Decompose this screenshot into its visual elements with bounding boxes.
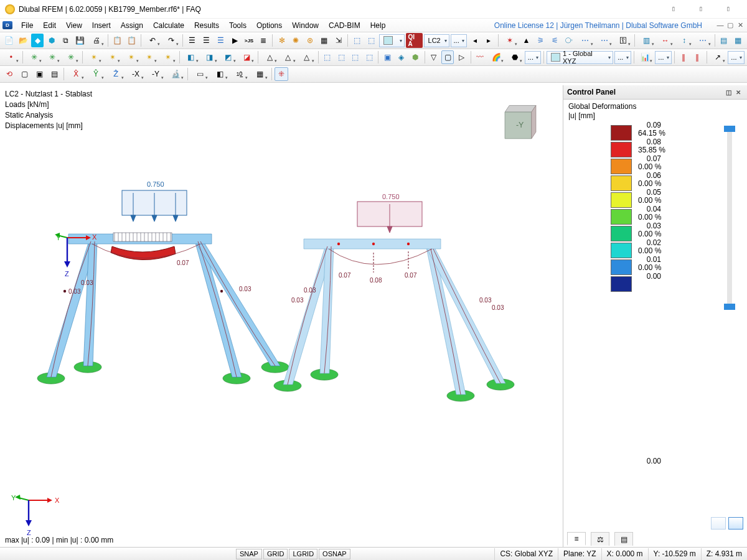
table-script-button[interactable]: ☰ — [214, 34, 227, 47]
panel-btn-1[interactable] — [711, 517, 726, 530]
maximize-button[interactable]:  — [687, 1, 715, 18]
filter-button[interactable]: ▽ — [428, 50, 440, 64]
line-1-button[interactable]: ✳ — [26, 50, 43, 64]
panel-close-icon[interactable]: ✕ — [733, 89, 743, 96]
dots-combo-3[interactable]: ... — [655, 51, 671, 64]
distribution-lower-handle[interactable] — [724, 304, 735, 310]
cube-3d-button[interactable]: ⬣ — [506, 50, 524, 64]
qi-badge[interactable]: QI A — [406, 33, 423, 48]
menu-help[interactable]: Help — [365, 21, 391, 30]
chart-button[interactable]: 📊 — [637, 50, 654, 64]
paste-button[interactable]: 📋 — [125, 34, 138, 47]
res-xyz-1-button[interactable]: ⚞ — [534, 34, 547, 47]
hide-3-button[interactable]: ↕ — [675, 34, 693, 47]
member-5-button[interactable]: ✴ — [159, 50, 177, 64]
sel-button[interactable]: ⟲ — [2, 67, 16, 81]
axis-z-button[interactable]: Ẑ — [106, 67, 125, 81]
new-button[interactable]: 📄 — [2, 34, 16, 47]
line-2-button[interactable]: ✳ — [44, 50, 62, 64]
tool-c-button[interactable]: ⬚ — [349, 50, 361, 64]
rainbow-button[interactable]: 🌈 — [487, 50, 505, 64]
view-set-2-button[interactable]: ▦ — [731, 34, 745, 47]
surf-3-button[interactable]: ◩ — [220, 50, 237, 64]
menu-cad-bim[interactable]: CAD-BIM — [324, 21, 365, 30]
support-2-button[interactable]: △ — [280, 50, 297, 64]
panel-tab-factors[interactable]: ⚖ — [591, 532, 609, 546]
box-2-button[interactable]: ▣ — [32, 67, 46, 81]
license-info[interactable]: Online License 12 | Jürgen Theilmann | D… — [494, 21, 716, 30]
tool-d-button[interactable]: ⬚ — [363, 50, 375, 64]
color-swatch-combo[interactable] — [379, 34, 405, 47]
viewport-3d[interactable]: LC2 - Nutzlast 1 - Stablast Loads [kN/m]… — [0, 85, 563, 547]
solid-2-button[interactable]: ◈ — [395, 50, 408, 64]
res-1-button[interactable]: ✶ — [501, 34, 519, 47]
menu-tools[interactable]: Tools — [224, 21, 251, 30]
render-1-button[interactable]: ▭ — [190, 67, 209, 81]
snap-toggle[interactable]: SNAP — [236, 549, 262, 559]
box-1-button[interactable]: ▢ — [17, 67, 31, 81]
axis-neg-x-button[interactable]: -X — [126, 67, 145, 81]
menu-edit[interactable]: Edit — [38, 21, 61, 30]
dots-combo-4[interactable]: ... — [728, 51, 744, 64]
undo-button[interactable]: ↶ — [144, 34, 161, 47]
member-4-button[interactable]: ✴ — [141, 50, 159, 64]
layers-button[interactable]: ≣ — [256, 34, 270, 47]
mesh-button[interactable]: ⁜ — [275, 67, 288, 81]
menu-view[interactable]: View — [61, 21, 87, 30]
view-1-button[interactable]: ⬚ — [350, 34, 364, 47]
panel-tab-colors[interactable]: ≡ — [567, 532, 586, 546]
print-button[interactable]: 🖨 — [88, 34, 105, 47]
table-1-button[interactable]: ☰ — [186, 34, 199, 47]
console-button[interactable]: ▶ — [228, 34, 242, 47]
member-2-button[interactable]: ✴ — [104, 50, 121, 64]
control-panel-header[interactable]: Control Panel ◫ ✕ — [563, 85, 747, 100]
render-3-button[interactable]: ▦ — [250, 67, 269, 81]
dim-2-button[interactable]: ‖ — [691, 50, 703, 64]
calc-all-button[interactable]: ⊛ — [304, 34, 317, 47]
tool-b-button[interactable]: ⬚ — [335, 50, 347, 64]
block-button[interactable]: ⬢ — [45, 34, 58, 47]
hide-1-button[interactable]: ▥ — [637, 34, 655, 47]
hide-2-button[interactable]: ↔ — [657, 34, 674, 47]
hide-4-button[interactable]: ⋯ — [694, 34, 712, 47]
menu-file[interactable]: File — [16, 21, 38, 30]
res-xxx-2-button[interactable]: ⋯ — [596, 34, 613, 47]
loadcase-combo[interactable]: LC2 — [424, 34, 449, 47]
render-2-button[interactable]: ◧ — [210, 67, 229, 81]
res-view-button[interactable]: ⧂ — [562, 34, 575, 47]
view-set-1-button[interactable]: ▤ — [717, 34, 730, 47]
res-xxx-1-button[interactable]: ⋯ — [576, 34, 594, 47]
import-button[interactable]: ⇲ — [332, 34, 345, 47]
close-button[interactable]:  — [715, 1, 742, 18]
results-table-button[interactable]: ▦ — [318, 34, 331, 47]
mdi-minimize-icon[interactable]: — — [716, 21, 725, 29]
navigation-cube[interactable]: -Y — [492, 98, 549, 147]
dots-combo[interactable]: ... — [525, 51, 541, 64]
member-3-button[interactable]: ✴ — [123, 50, 140, 64]
distribution-bar[interactable] — [727, 127, 732, 309]
distribution-upper-handle[interactable] — [724, 126, 735, 132]
res-sup-button[interactable]: ▲ — [520, 34, 533, 47]
member-1-button[interactable]: ✴ — [85, 50, 103, 64]
mdi-close-icon[interactable]: ✕ — [736, 21, 745, 29]
table-2-button[interactable]: ☰ — [200, 34, 213, 47]
solid-1-button[interactable]: ▣ — [381, 50, 393, 64]
view-2-button[interactable]: ⬚ — [365, 34, 378, 47]
measure-button[interactable]: 🔬 — [166, 67, 185, 81]
axis-y-button[interactable]: Ŷ — [87, 67, 105, 81]
res-xyz-2-button[interactable]: ⚟ — [548, 34, 561, 47]
panel-tab-filter[interactable]: ▤ — [614, 532, 633, 546]
res-key-button[interactable]: ⚿ — [614, 34, 632, 47]
app-logo-icon[interactable]: D — [2, 21, 12, 29]
open-button[interactable]: 📂 — [17, 34, 30, 47]
misc-1-button[interactable]: ↗ — [710, 50, 727, 64]
osnap-toggle[interactable]: OSNAP — [319, 549, 350, 559]
js-button[interactable]: >JS — [243, 34, 256, 47]
redo-button[interactable]: ↷ — [162, 34, 180, 47]
panel-btn-2[interactable] — [728, 517, 743, 530]
node-button[interactable]: • — [2, 50, 20, 64]
graph-button[interactable]: 〰 — [474, 50, 486, 64]
scale-10-button[interactable]: 10̲ — [230, 67, 249, 81]
anim-button[interactable]: ▷ — [455, 50, 467, 64]
check-1-button[interactable]: ✻ — [275, 34, 288, 47]
